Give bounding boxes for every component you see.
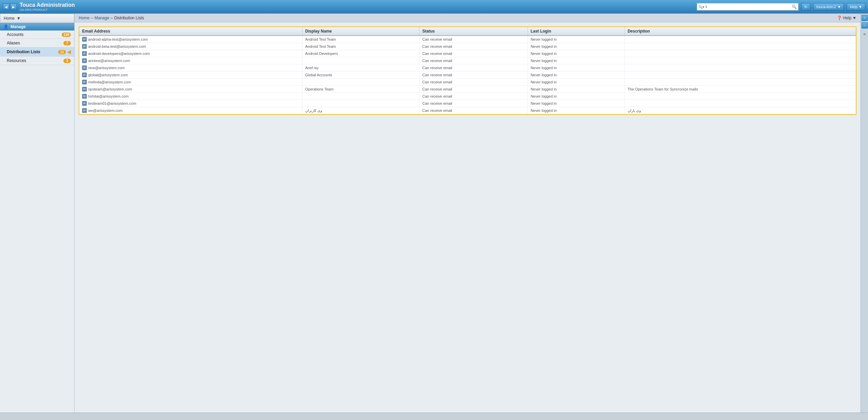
home-arrow-icon: ▼ xyxy=(17,16,21,21)
cell-display-name xyxy=(302,93,419,100)
table-row[interactable]: ✉melinda@arissystem.comCan receive email… xyxy=(79,79,856,86)
cell-display-name: Android Developers xyxy=(302,50,419,57)
app-title: Touca Administration xyxy=(20,2,75,8)
cell-status: Can receive email xyxy=(419,43,528,50)
sidebar-item-aliases[interactable]: Aliases 7 xyxy=(0,39,74,47)
app-subtitle: AN ARIS PRODUCT xyxy=(20,8,75,12)
main-layout: Home ▼ 👤 Manage Accounts 139 Aliases 7 D… xyxy=(0,14,868,413)
cell-last-login: Never logged in xyxy=(528,93,625,100)
cell-last-login: Never logged in xyxy=(528,43,625,50)
table-header-row: Email Address Display Name Status Last L… xyxy=(79,27,856,36)
right-sidebar-number: 0 xyxy=(863,33,866,35)
server-selector[interactable]: touca-test-2 ▼ xyxy=(813,3,844,11)
col-header-last-login: Last Login xyxy=(528,27,625,36)
cell-description xyxy=(625,64,856,72)
right-action-btn-1[interactable]: + xyxy=(862,15,868,21)
table-row[interactable]: ✉new@arissystem.comAnef isyCan receive e… xyxy=(79,64,856,72)
cell-display-name: وی کاربران xyxy=(302,107,419,114)
search-input[interactable] xyxy=(706,5,792,9)
help-label: Help xyxy=(850,5,857,9)
sidebar: Home ▼ 👤 Manage Accounts 139 Aliases 7 D… xyxy=(0,14,75,413)
right-sidebar: + − 0 xyxy=(861,14,868,413)
table-row[interactable]: ✉android-alpha-test@arissystem.comAndroi… xyxy=(79,36,856,43)
table-row[interactable]: ✉hshitai@arissystem.comCan receive email… xyxy=(79,93,856,100)
cell-email: ✉melinda@arissystem.com xyxy=(79,79,302,86)
cell-description: The Operations Team for Syncronize mails xyxy=(625,86,856,93)
cell-display-name: Global Accounts xyxy=(302,72,419,79)
aliases-label: Aliases xyxy=(7,41,63,45)
right-action-btn-2[interactable]: − xyxy=(862,22,868,28)
breadcrumb-sep2: – xyxy=(111,16,113,20)
header: ◀ ▶ Touca Administration AN ARIS PRODUCT… xyxy=(0,0,868,14)
cell-description xyxy=(625,36,856,43)
cell-status: Can receive email xyxy=(419,93,528,100)
nav-arrows: ◀ ▶ xyxy=(3,3,17,10)
breadcrumb-help-area: ❓ Help ▼ xyxy=(837,16,856,20)
content-area: Home – Manage – Distribution Lists ❓ Hel… xyxy=(75,14,861,413)
cell-status: Can receive email xyxy=(419,107,528,114)
cell-last-login: Never logged in xyxy=(528,36,625,43)
refresh-button[interactable]: ↻ xyxy=(801,3,810,11)
cell-email: ✉global@arissystem.com xyxy=(79,72,302,79)
resources-label: Resources xyxy=(7,58,63,63)
help-button[interactable]: Help ▼ xyxy=(847,3,865,11)
breadcrumb-help-arrow-icon: ▼ xyxy=(852,16,856,20)
logo-area: Touca Administration AN ARIS PRODUCT xyxy=(20,2,75,12)
cell-email: ✉opsteam@arissystem.com xyxy=(79,86,302,93)
section-icon: 👤 xyxy=(3,24,8,29)
sidebar-item-accounts[interactable]: Accounts 139 xyxy=(0,31,74,39)
col-header-status: Status xyxy=(419,27,528,36)
table-row[interactable]: ✉android-developers@arissystem.comAndroi… xyxy=(79,50,856,57)
breadcrumb-home[interactable]: Home xyxy=(79,16,90,20)
table-row[interactable]: ✉testteam01@arissystem.comCan receive em… xyxy=(79,100,856,107)
table-row[interactable]: ✉global@arissystem.comGlobal AccountsCan… xyxy=(79,72,856,79)
accounts-badge: 139 xyxy=(62,33,71,37)
distribution-lists-label: Distribution Lists xyxy=(7,49,58,54)
cell-display-name: Android Test Team xyxy=(302,43,419,50)
cell-display-name: Operations Team xyxy=(302,86,419,93)
cell-description xyxy=(625,79,856,86)
cell-status: Can receive email xyxy=(419,100,528,107)
cell-status: Can receive email xyxy=(419,79,528,86)
breadcrumb-help-button[interactable]: ❓ Help ▼ xyxy=(837,16,856,20)
cell-description xyxy=(625,72,856,79)
status-bar xyxy=(0,413,868,420)
server-arrow-icon: ▼ xyxy=(837,5,841,9)
sidebar-item-distribution-lists[interactable]: Distribution Lists 11 ◀ xyxy=(0,47,74,57)
home-button[interactable]: Home ▼ xyxy=(0,14,74,23)
breadcrumb-manage[interactable]: Manage xyxy=(95,16,109,20)
col-header-description: Description xyxy=(625,27,856,36)
search-submit-button[interactable]: 🔍 xyxy=(792,4,797,9)
cell-display-name xyxy=(302,79,419,86)
search-dropdown-icon[interactable]: 🔍▾ xyxy=(698,5,704,9)
help-arrow-icon: ▼ xyxy=(859,5,862,9)
nav-back-button[interactable]: ◀ xyxy=(3,3,9,10)
aliases-badge: 7 xyxy=(63,41,71,45)
sidebar-item-resources[interactable]: Resources 3 xyxy=(0,57,74,65)
cell-description xyxy=(625,43,856,50)
cell-description xyxy=(625,57,856,64)
cell-last-login: Never logged in xyxy=(528,72,625,79)
table-row[interactable]: ✉arintest@arissystem.comCan receive emai… xyxy=(79,57,856,64)
breadcrumb-sep1: – xyxy=(91,16,93,20)
cell-email: ✉android-developers@arissystem.com xyxy=(79,50,302,57)
cell-description xyxy=(625,50,856,57)
cell-email: ✉android-beta-test@arissystem.com xyxy=(79,43,302,50)
table-row[interactable]: ✉opsteam@arissystem.comOperations TeamCa… xyxy=(79,86,856,93)
home-label: Home xyxy=(4,16,15,21)
table-row[interactable]: ✉android-beta-test@arissystem.comAndroid… xyxy=(79,43,856,50)
cell-display-name: Anef isy xyxy=(302,64,419,72)
cell-email: ✉hshitai@arissystem.com xyxy=(79,93,302,100)
cell-last-login: Never logged in xyxy=(528,79,625,86)
cell-display-name: Android Test Team xyxy=(302,36,419,43)
cell-status: Can receive email xyxy=(419,72,528,79)
distribution-lists-badge: 11 xyxy=(58,50,66,54)
cell-status: Can receive email xyxy=(419,57,528,64)
help-circle-icon: ❓ xyxy=(837,16,842,20)
cell-email: ✉android-alpha-test@arissystem.com xyxy=(79,36,302,43)
nav-forward-button[interactable]: ▶ xyxy=(10,3,17,10)
cell-last-login: Never logged in xyxy=(528,107,625,114)
table-row[interactable]: ✉we@arissystem.comوی کاربرانCan receive … xyxy=(79,107,856,114)
sidebar-section-manage: 👤 Manage xyxy=(0,23,74,31)
accounts-label: Accounts xyxy=(7,32,62,37)
